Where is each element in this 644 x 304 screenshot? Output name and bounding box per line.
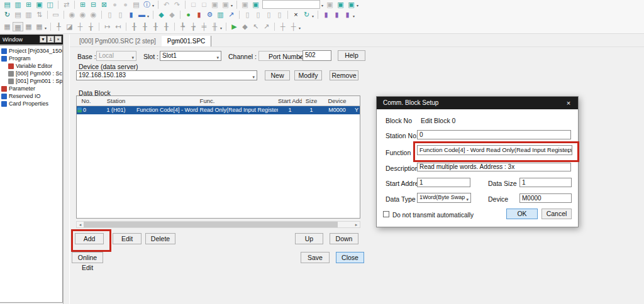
toolbar-icon[interactable]: ▯ bbox=[264, 10, 274, 19]
remove-button[interactable]: Remove bbox=[330, 70, 358, 80]
edit-button[interactable]: Edit bbox=[113, 233, 142, 244]
ok-button[interactable]: OK bbox=[506, 209, 538, 219]
device-input[interactable]: M0000 bbox=[519, 193, 572, 203]
close-button[interactable]: Close bbox=[336, 252, 364, 263]
col-start-addr[interactable]: Start Addr bbox=[278, 96, 302, 106]
toolbar-icon[interactable]: ▣ bbox=[220, 0, 231, 9]
toolbar-icon[interactable]: × bbox=[291, 10, 301, 19]
port-number-input[interactable]: 502 bbox=[303, 50, 331, 61]
toolbar-icon[interactable]: □ bbox=[188, 0, 199, 9]
toolbar-icon[interactable]: ↻ bbox=[301, 10, 312, 19]
do-not-transmit-checkbox[interactable] bbox=[383, 211, 389, 217]
toolbar-icon[interactable]: ▦ bbox=[13, 22, 23, 31]
toolbar-icon[interactable]: ● bbox=[120, 0, 131, 9]
online-edit-button[interactable]: Online Edit bbox=[72, 252, 103, 263]
col-extra[interactable] bbox=[353, 96, 360, 106]
data-type-select[interactable]: 1Word(Byte Swap▾ bbox=[417, 193, 471, 203]
device-server-select[interactable]: 192.168.150.183▾ bbox=[76, 70, 257, 80]
horizontal-scrollbar[interactable]: ◂ ▸ bbox=[76, 221, 360, 228]
chevron-down-icon[interactable]: ▾ bbox=[45, 26, 47, 30]
window-menu-button[interactable]: ▼ bbox=[40, 36, 47, 43]
toolbar-icon[interactable]: ▥ bbox=[215, 10, 226, 19]
chevron-down-icon[interactable]: ▾ bbox=[321, 3, 323, 8]
toolbar-icon[interactable]: ▤ bbox=[131, 0, 142, 9]
toolbar-icon[interactable]: ● bbox=[183, 10, 194, 19]
toolbar-icon[interactable]: ◆ bbox=[156, 10, 167, 19]
toolbar-icon[interactable]: ◫ bbox=[45, 0, 55, 9]
toolbar-icon[interactable]: ▣ bbox=[325, 0, 335, 9]
modify-button[interactable]: Modify bbox=[294, 70, 322, 80]
base-select[interactable]: Local▾ bbox=[96, 51, 136, 61]
cancel-button[interactable]: Cancel bbox=[541, 209, 572, 219]
chevron-down-icon[interactable]: ▾ bbox=[147, 14, 149, 18]
toolbar-icon[interactable]: ◆ bbox=[167, 10, 177, 19]
toolbar-icon[interactable]: ▣ bbox=[34, 0, 45, 9]
tree-item[interactable]: [001] Pgm001 : Sp bbox=[0, 77, 62, 85]
add-button[interactable]: Add bbox=[75, 233, 104, 244]
help-button[interactable]: Help bbox=[338, 50, 365, 61]
toolbar-icon[interactable]: ◆ bbox=[240, 22, 250, 31]
new-button[interactable]: New bbox=[265, 70, 290, 80]
scroll-right-icon[interactable]: ▸ bbox=[353, 222, 360, 227]
toolbar-icon[interactable]: ⇅ bbox=[34, 10, 45, 19]
toolbar-icon[interactable]: ◉ bbox=[77, 10, 88, 19]
toolbar-icon[interactable]: ● bbox=[109, 0, 120, 9]
scrollbar-thumb[interactable] bbox=[84, 222, 338, 227]
toolbar-icon[interactable]: ↻ bbox=[2, 10, 13, 19]
scrollbar-track[interactable] bbox=[338, 222, 353, 227]
col-size[interactable]: Size bbox=[302, 96, 321, 106]
delete-button[interactable]: Delete bbox=[145, 233, 175, 244]
toolbar-icon[interactable]: ▤ bbox=[13, 10, 23, 19]
toolbar-icon[interactable]: ◪ bbox=[64, 22, 75, 31]
tree-item[interactable]: Program bbox=[0, 55, 62, 62]
slot-select[interactable]: Slot1▾ bbox=[160, 51, 221, 61]
toolbar-icon[interactable]: ╂ bbox=[140, 22, 150, 31]
table-row[interactable]: 0 1 (H01) Function Code[4] - Word Read O… bbox=[77, 106, 360, 114]
tab-pgm000[interactable]: [000] Pgm000.SRC [2 step] bbox=[74, 36, 162, 46]
function-select[interactable]: Function Code[4] - Word Read Only(Read I… bbox=[417, 145, 572, 155]
toolbar-icon[interactable]: □ bbox=[199, 0, 209, 9]
toolbar-icon[interactable]: ↶ bbox=[161, 0, 172, 9]
toolbar-icon[interactable]: ▦ bbox=[23, 22, 34, 31]
save-button[interactable]: Save bbox=[301, 252, 330, 263]
toolbar-icon[interactable]: ╂ bbox=[161, 22, 172, 31]
window-pin-icon[interactable]: T bbox=[47, 36, 54, 43]
toolbar-icon[interactable]: ⊠ bbox=[99, 0, 109, 9]
toolbar-icon[interactable]: ↷ bbox=[172, 0, 182, 9]
toolbar-icon[interactable]: ↗ bbox=[226, 10, 236, 19]
toolbar-icon[interactable]: ▯ bbox=[253, 10, 264, 19]
toolbar-icon[interactable]: ▣ bbox=[240, 0, 250, 9]
dialog-close-icon[interactable]: × bbox=[564, 99, 573, 107]
col-no[interactable]: No. bbox=[77, 96, 96, 106]
start-address-input[interactable]: 1 bbox=[417, 178, 470, 187]
toolbar-icon[interactable]: ┼ bbox=[277, 22, 288, 31]
toolbar-icon[interactable]: ▶ bbox=[229, 22, 240, 31]
toolbar-icon[interactable]: ◉ bbox=[67, 10, 77, 19]
chevron-down-icon[interactable]: ▾ bbox=[231, 3, 233, 8]
toolbar-icon[interactable]: ⊟ bbox=[88, 0, 99, 9]
toolbar-icon[interactable]: ▯ bbox=[274, 10, 285, 19]
window-close-icon[interactable]: × bbox=[55, 36, 62, 43]
tree-item[interactable]: Card Properties bbox=[0, 100, 62, 107]
toolbar-icon[interactable]: ▮ bbox=[342, 10, 353, 19]
toolbar-icon[interactable]: ╄ bbox=[177, 22, 188, 31]
toolbar-icon[interactable]: ▬ bbox=[136, 10, 147, 19]
toolbar-icon[interactable]: ▭ bbox=[50, 10, 61, 19]
toolbar-icon[interactable]: ▮ bbox=[126, 10, 136, 19]
chevron-down-icon[interactable]: ▾ bbox=[353, 14, 355, 18]
scroll-left-icon[interactable]: ◂ bbox=[77, 222, 84, 227]
tree-item[interactable]: Variable Editor bbox=[0, 62, 62, 70]
toolbar-icon[interactable]: ▯ bbox=[104, 10, 115, 19]
toolbar-icon[interactable]: ↗ bbox=[261, 22, 272, 31]
chevron-down-icon[interactable]: ▾ bbox=[312, 14, 314, 18]
toolbar-icon[interactable]: ⚙ bbox=[204, 10, 215, 19]
toolbar-icon[interactable]: ⓘ bbox=[142, 0, 152, 9]
up-button[interactable]: Up bbox=[295, 233, 323, 244]
toolbar-icon[interactable]: ┼ bbox=[75, 22, 86, 31]
toolbar-icon[interactable]: ╁ bbox=[86, 22, 96, 31]
toolbar-icon[interactable]: ▥ bbox=[23, 10, 34, 19]
tab-pgm001[interactable]: Pgm001.SPC bbox=[162, 36, 212, 46]
down-button[interactable]: Down bbox=[330, 233, 358, 244]
toolbar-icon[interactable]: ▦ bbox=[2, 22, 13, 31]
col-device[interactable]: Device bbox=[321, 96, 353, 106]
